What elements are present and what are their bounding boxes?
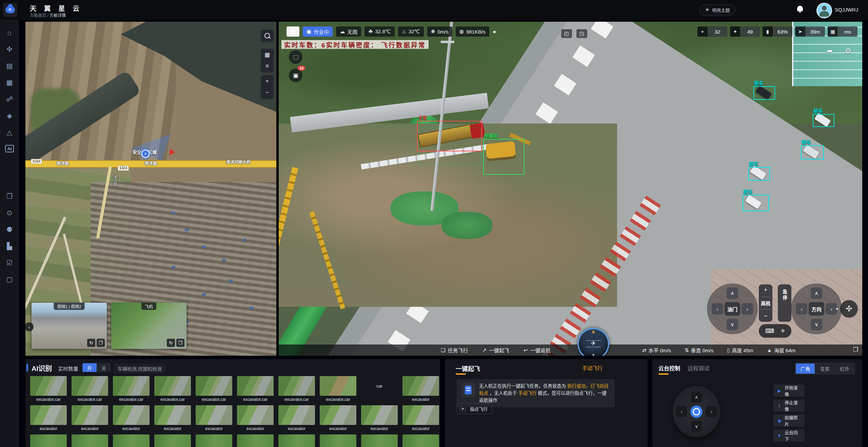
sidebar-item-device-check[interactable]: ☑ [5,259,14,267]
pip-camera-icon[interactable]: ◳ [576,29,587,38]
status-dock-mode-chip[interactable]: ▣作业中 [303,26,333,37]
throttle-left-button[interactable]: ‹ [712,303,723,315]
drone-mode-button[interactable]: ✣ [840,300,858,318]
aircraft-video-thumbnail[interactable]: 飞机 ↻ ❐ [111,303,186,349]
media-capture-button[interactable]: ▣ 10 [289,69,302,82]
direction-left-button[interactable]: ‹ [796,303,807,315]
refresh-icon[interactable]: ↻ [87,339,95,347]
ai-result-item[interactable]: car [359,376,400,405]
gimbal-center-button[interactable] [690,406,703,418]
dock-video-tabs[interactable]: 视频1 | 视频2 [54,303,84,310]
sidebar-item-home[interactable]: ⌂ [5,29,14,37]
sidebar-item-map-annotation[interactable]: ◈ [5,112,14,120]
ai-result-item[interactable]: excavator [400,376,440,405]
gimbal-left-button[interactable]: ‹ [676,406,687,417]
ai-result-item[interactable] [152,434,193,447]
ai-result-item[interactable] [400,434,440,447]
point-flight-button[interactable]: ➢ 指点飞行 [457,403,493,414]
throttle-up-button[interactable]: ∧ [727,287,738,299]
sidebar-item-flight-tasks[interactable]: ✣ [5,45,14,53]
sidebar-item-files[interactable]: ❐ [5,192,14,200]
map-zoom-out-button[interactable]: − [261,87,273,98]
map-grid-button[interactable]: ▦ [261,49,273,60]
pip-swap-icon[interactable]: ◰ [561,29,572,38]
photo-button[interactable]: ◉拍摄照片 [773,414,805,427]
ai-result-item[interactable]: excavator,car [111,376,152,405]
map-panel[interactable]: 沭河路 S324 宿沭路 S324 宿沭路 淮沭河闸大桥 安全 ✈ 区域 ✈ ▦… [25,22,276,356]
breadcrumb-home[interactable]: 方舱首页 [30,13,46,18]
settings-gear-icon[interactable]: ⚙ [845,47,851,55]
gimbal-up-button[interactable]: ∧ [691,392,702,403]
sidebar-item-statistics[interactable]: ▙ [5,242,14,250]
camera-mode-option[interactable]: 变焦 [815,364,834,374]
ai-result-item[interactable] [359,434,400,447]
gear-minus-button[interactable]: − [764,313,768,320]
ai-result-item[interactable]: excavator,car [235,376,276,405]
drone-position-marker[interactable]: ✈ [139,148,152,160]
direction-right-button[interactable]: › [826,303,837,315]
sidebar-item-operators[interactable]: ⚉ [5,225,14,234]
joystick-icon[interactable]: ✛ [781,328,785,334]
ai-result-item[interactable]: excavator [359,405,400,434]
sidebar-item-dock[interactable]: ▤ [5,62,14,70]
tab-gimbal-control[interactable]: 云台控制 [658,364,680,372]
avatar[interactable] [816,3,832,18]
action-task-button[interactable]: ❏任务飞行 [441,347,468,354]
region-select-button[interactable]: ⬚ [289,50,302,64]
ai-result-item[interactable]: excavator,car [276,376,317,405]
notifications-bell-icon[interactable] [796,6,804,14]
ai-result-item[interactable]: excavator [28,405,69,434]
map-search-button[interactable] [261,30,273,41]
map-layers-button[interactable]: ≡ [261,60,273,72]
video-fullscreen-icon[interactable]: ❐ [853,346,858,353]
ai-toggle-on[interactable]: 开 [82,363,97,372]
ai-detection-filters[interactable]: 车辆检测,挖掘机检测 [114,364,165,373]
action-takeoff-button[interactable]: ↗一键起飞 [482,347,509,354]
sidebar-item-storage[interactable]: ▢ [5,275,14,283]
stop-button[interactable]: ‖停止录像 [773,399,805,412]
ai-result-item[interactable] [28,434,69,447]
fullscreen-icon[interactable]: ❐ [176,339,184,347]
ai-result-item[interactable] [235,434,276,447]
direction-up-button[interactable]: ∧ [811,287,822,299]
ai-result-item[interactable]: excavator [318,405,358,434]
sidebar-item-flight-history[interactable]: ⊙ [5,209,14,217]
direction-center-button[interactable]: 方向 [809,302,824,316]
ai-result-item[interactable] [111,434,152,447]
controls-collapse-arrow[interactable]: ◂ [836,306,838,311]
refresh-icon[interactable]: ↻ [167,339,175,347]
fullscreen-icon[interactable]: ❐ [97,339,105,347]
ai-result-item[interactable]: excavator [276,405,317,434]
ai-result-item[interactable]: excavator [194,405,234,434]
sidebar-item-takeoff[interactable]: △ [5,128,14,136]
gimbal-right-button[interactable]: › [706,406,717,417]
share-icon[interactable]: ➦ [827,47,833,55]
ai-result-item[interactable] [276,434,317,447]
ai-result-item[interactable]: excavator,car [318,376,358,405]
direction-down-button[interactable]: ∨ [811,319,822,330]
ai-result-item[interactable]: excavator,car [152,376,193,405]
action-return-button[interactable]: ↩一键返航 [524,347,551,354]
ai-result-item[interactable] [70,434,110,447]
drone-video-feed[interactable]: 卡车挖掘机轿车轿车轿车轿车轿车 ▣▣作业中☁无雨☘32.8℃♨32℃❋0m/s◍… [279,22,862,356]
ai-result-item[interactable]: excavator [111,405,152,434]
app-logo[interactable] [3,3,17,17]
record-button[interactable]: ▶开始录像 [773,385,805,397]
tab-remote-debug[interactable]: 远程调试 [688,364,709,372]
map-zoom-in-button[interactable]: + [261,75,273,87]
throttle-down-button[interactable]: ∨ [727,319,738,330]
ai-toggle-off[interactable]: 关 [97,363,111,372]
ai-result-item[interactable]: excavator,car [70,376,110,405]
theme-toggle-button[interactable]: ☀ 明亮主题 [699,4,735,15]
gimbal-down-button[interactable]: ∨ [691,421,702,432]
ai-result-item[interactable]: excavator,car [28,376,69,405]
camera-mode-active[interactable]: 广角 [796,364,815,374]
ai-result-item[interactable]: excavator [70,405,110,434]
ai-result-item[interactable]: excavator [400,405,440,434]
camera-mode-option[interactable]: 红外 [835,364,854,374]
sidebar-item-routes[interactable]: ☍ [5,95,14,103]
throttle-right-button[interactable]: › [742,303,753,315]
emergency-stop-button[interactable]: 急停 [778,284,791,322]
gimbal-down-button[interactable]: ▼云台向下 [773,429,805,442]
sidebar-item-media-library[interactable]: ▦ [5,78,14,87]
